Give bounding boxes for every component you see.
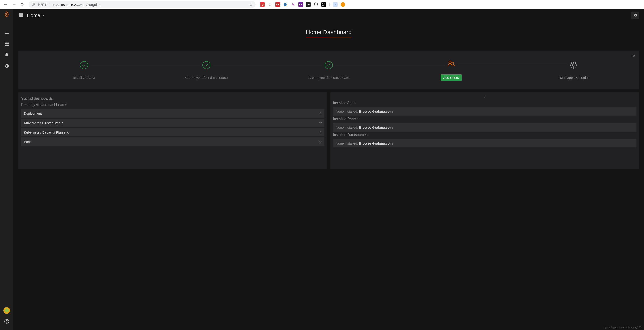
step-create-datasource: Create your first data source <box>145 61 268 79</box>
help-icon[interactable] <box>2 317 11 326</box>
svg-line-28 <box>571 63 573 64</box>
browse-link[interactable]: Browse Grafana.com <box>359 126 392 129</box>
user-avatar[interactable] <box>3 307 10 314</box>
dashboard-grid-icon <box>18 12 24 19</box>
svg-point-5 <box>7 322 7 323</box>
svg-line-30 <box>571 66 573 67</box>
chevron-down-icon[interactable]: ▾ <box>333 96 636 100</box>
configuration-icon[interactable] <box>2 61 11 70</box>
svg-point-17 <box>573 68 574 68</box>
dashboard-name: Deployment <box>24 112 42 115</box>
ext-icon[interactable]: JB <box>306 2 310 7</box>
topbar: Home ▼ <box>14 9 644 22</box>
close-icon[interactable]: ✕ <box>632 54 636 58</box>
bookmark-star-icon[interactable]: ☆ <box>249 2 252 7</box>
dashboard-list-item[interactable]: Kubernetes Cluster Status ☆ <box>21 119 324 127</box>
forward-button[interactable]: → <box>12 2 16 7</box>
browser-chrome: ← → ⟳ ⓘ 不安全 | 192.168.99.102:30424/?orgI… <box>0 0 644 9</box>
svg-rect-3 <box>7 45 8 46</box>
url-bar[interactable]: ⓘ 不安全 | 192.168.99.102:30424/?orgId=1 ☆ <box>28 1 256 8</box>
ext-divider: | <box>329 2 330 6</box>
step-install-grafana: Install Grafana <box>23 61 145 79</box>
svg-point-14 <box>452 62 454 64</box>
svg-rect-2 <box>5 45 6 46</box>
watermark: https://blog.csdn.net/aixiaoyang168 <box>603 326 641 329</box>
star-icon[interactable]: ☆ <box>319 111 322 115</box>
browse-link[interactable]: Browse Grafana.com <box>359 142 392 145</box>
starred-heading: Starred dashboards <box>21 97 324 101</box>
dashboard-list-item[interactable]: Deployment ☆ <box>21 109 324 118</box>
ext-icon[interactable]: 01010011 <box>321 2 326 7</box>
installed-panels-heading: Installed Panels <box>333 117 636 121</box>
ext-icon[interactable]: ⚙ <box>283 2 288 7</box>
recent-heading: Recently viewed dashboards <box>21 103 324 107</box>
dashboard-list-item[interactable]: Pods ☆ <box>21 137 324 146</box>
dashboard-selector[interactable]: Home ▼ <box>27 12 44 18</box>
dashboard-name: Pods <box>24 140 32 144</box>
installed-row: None installed. Browse Grafana.com <box>333 123 636 132</box>
step-install-plugins: Install apps & plugins <box>512 61 634 79</box>
svg-rect-8 <box>19 15 21 17</box>
installed-panel: ▾ Installed Apps None installed. Browse … <box>330 93 639 169</box>
svg-rect-7 <box>21 13 23 15</box>
dashboards-icon[interactable] <box>2 40 11 49</box>
page-title-wrapper: Home Dashboard <box>18 22 639 40</box>
dashboard-title: Home <box>27 12 40 18</box>
svg-line-31 <box>574 66 576 67</box>
svg-point-19 <box>576 65 577 66</box>
back-button[interactable]: ← <box>4 2 8 7</box>
installed-apps-heading: Installed Apps <box>333 101 636 105</box>
none-text: None installed. <box>336 110 358 113</box>
none-text: None installed. <box>336 142 358 145</box>
step-add-users: Add Users <box>390 59 512 81</box>
ext-icon[interactable]: ♪ <box>333 2 338 7</box>
installed-row: None installed. Browse Grafana.com <box>333 139 636 148</box>
url-text: 192.168.99.102:30424/?orgId=1 <box>52 3 101 6</box>
add-users-button[interactable]: Add Users <box>440 74 462 81</box>
svg-point-12 <box>325 61 332 69</box>
url-unsafe-label: 不安全 <box>37 2 47 7</box>
check-icon <box>324 61 333 69</box>
url-separator: | <box>50 3 50 6</box>
grafana-logo[interactable] <box>3 11 10 18</box>
star-icon[interactable]: ☆ <box>319 121 322 125</box>
svg-rect-0 <box>5 43 6 44</box>
svg-rect-9 <box>21 15 23 17</box>
svg-point-15 <box>572 64 574 66</box>
step-label: Install Grafana <box>73 76 95 79</box>
step-label: Create your first data source <box>185 76 228 79</box>
installed-datasources-heading: Installed Datasources <box>333 133 636 137</box>
svg-point-10 <box>80 61 88 69</box>
star-icon[interactable]: ☆ <box>319 140 322 144</box>
dashboards-panel: Starred dashboards Recently viewed dashb… <box>18 93 327 169</box>
star-icon[interactable]: ☆ <box>319 130 322 134</box>
apps-icon <box>569 61 578 69</box>
svg-rect-1 <box>7 43 8 44</box>
dashboard-name: Kubernetes Cluster Status <box>24 121 63 125</box>
svg-point-13 <box>449 61 451 64</box>
create-icon[interactable] <box>2 29 11 38</box>
svg-point-18 <box>570 65 571 66</box>
ext-icon[interactable]: FE <box>276 2 280 7</box>
ext-icon[interactable]: ⓘ <box>314 2 318 7</box>
users-icon <box>447 59 455 68</box>
ext-icon[interactable] <box>341 2 345 7</box>
dashboard-list-item[interactable]: Kubernetes Capacity Planning ☆ <box>21 128 324 137</box>
ext-icon[interactable]: ✎ <box>291 2 295 7</box>
browse-link[interactable]: Browse Grafana.com <box>359 110 392 113</box>
step-label: Create your first dashboard <box>308 76 349 79</box>
svg-line-29 <box>574 63 576 64</box>
alerting-icon[interactable] <box>2 51 11 60</box>
svg-point-16 <box>573 62 574 63</box>
ext-icon[interactable]: RP <box>298 2 303 7</box>
svg-rect-6 <box>19 13 21 15</box>
dashboard-settings-button[interactable] <box>632 12 639 19</box>
browser-nav-buttons: ← → ⟳ <box>2 2 26 7</box>
check-icon <box>202 61 211 69</box>
ext-icon[interactable]: ⛶ <box>268 2 272 7</box>
reload-button[interactable]: ⟳ <box>21 2 24 7</box>
check-icon <box>80 61 88 69</box>
ext-icon[interactable]: ⬡ <box>260 2 265 7</box>
chevron-down-icon: ▼ <box>42 14 44 17</box>
svg-point-11 <box>202 61 210 69</box>
